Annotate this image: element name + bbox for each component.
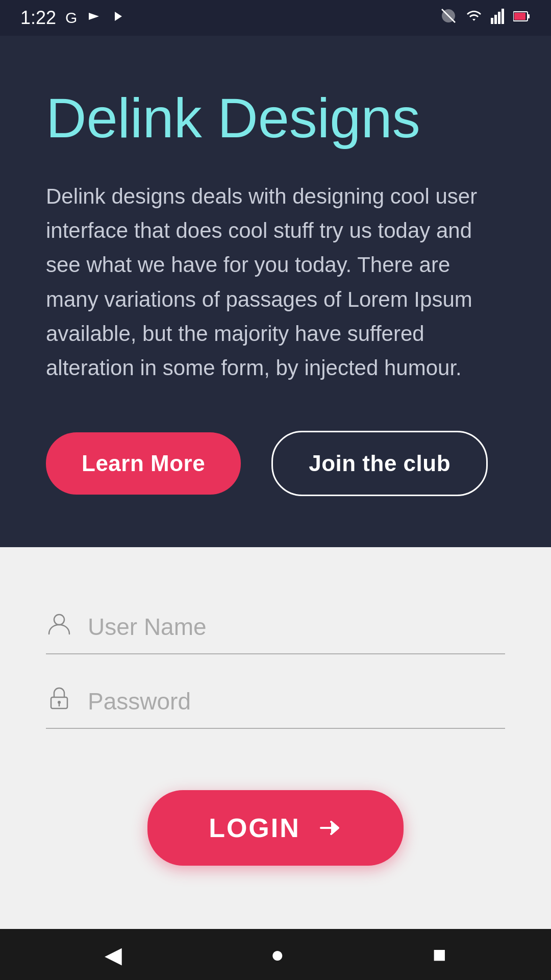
svg-point-10 [58,701,61,704]
svg-rect-6 [528,14,530,18]
signal-icon [491,8,505,28]
person-icon [46,610,72,643]
nav-bar: ◀ ● ■ [0,929,551,980]
password-input[interactable] [88,688,505,715]
username-input[interactable] [88,613,505,641]
username-group [46,610,505,654]
media-icon [86,9,102,28]
lock-icon [46,685,72,718]
play-icon [111,9,126,28]
login-arrow-icon [316,815,342,841]
status-left: 1:22 G [20,7,126,29]
svg-rect-3 [498,12,500,24]
svg-rect-7 [514,13,525,20]
svg-rect-1 [491,18,493,24]
hero-section: Delink Designs Delink designs deals with… [0,36,551,547]
status-time: 1:22 [20,7,56,29]
svg-rect-2 [494,15,497,24]
learn-more-button[interactable]: Learn More [46,432,241,495]
google-icon: G [65,9,77,27]
battery-icon [513,8,531,28]
password-group [46,685,505,729]
svg-rect-4 [502,9,504,24]
mute-icon [440,7,457,29]
hero-buttons: Learn More Join the club [46,431,505,496]
status-right [440,7,531,29]
login-button-label: LOGIN [209,813,300,843]
join-club-button[interactable]: Join the club [271,431,488,496]
hero-description: Delink designs deals with designing cool… [46,179,505,385]
home-button[interactable]: ● [270,942,284,967]
back-button[interactable]: ◀ [105,942,122,968]
login-section: LOGIN [0,547,551,929]
wifi-icon [465,8,483,28]
svg-point-8 [54,615,64,625]
login-button[interactable]: LOGIN [147,790,404,866]
hero-title: Delink Designs [46,87,505,149]
status-bar: 1:22 G [0,0,551,36]
recents-button[interactable]: ■ [433,942,446,967]
